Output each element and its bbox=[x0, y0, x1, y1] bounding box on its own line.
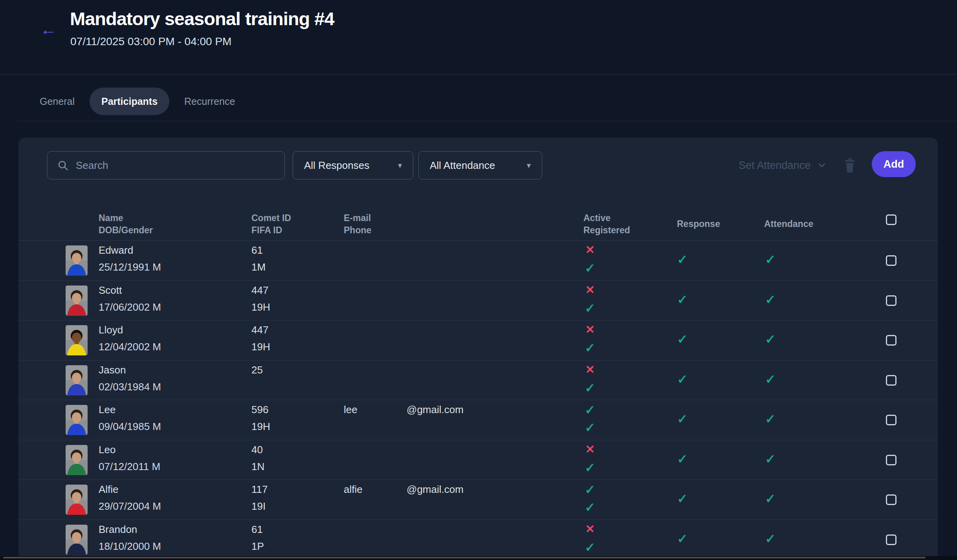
participant-row[interactable]: Alfie 29/07/2004 M 117 19I alfie @gmail.… bbox=[18, 480, 938, 520]
attendance-status-icon: ✓ bbox=[763, 492, 778, 505]
scrollbar-thumb[interactable] bbox=[3, 557, 926, 558]
responses-filter-dropdown[interactable]: All Responses ▾ bbox=[293, 151, 413, 179]
email-cell: lee @gmail.com bbox=[344, 404, 464, 416]
player-dob-gender: 29/07/2004 M bbox=[99, 500, 161, 512]
player-name: Lee bbox=[99, 404, 116, 416]
player-avatar bbox=[66, 445, 88, 475]
comet-id: 447 bbox=[251, 284, 268, 296]
comet-id: 596 bbox=[251, 404, 268, 416]
fifa-id: 19H bbox=[251, 301, 270, 313]
fifa-id: 1M bbox=[251, 261, 266, 273]
attendance-status-icon: ✓ bbox=[763, 453, 778, 465]
comet-id: 40 bbox=[251, 444, 263, 456]
response-status-icon: ✓ bbox=[675, 333, 690, 346]
caret-down-icon: ▾ bbox=[527, 161, 531, 170]
registered-status-icon: ✓ bbox=[582, 382, 598, 394]
response-status-icon: ✓ bbox=[675, 453, 690, 465]
caret-down-icon: ▾ bbox=[398, 161, 402, 170]
responses-filter-value: All Responses bbox=[304, 159, 369, 172]
column-header-comet-id: Comet IDFIFA ID bbox=[251, 212, 291, 236]
active-status-icon: ✕ bbox=[582, 244, 598, 256]
response-status-icon: ✓ bbox=[675, 373, 690, 386]
participant-row[interactable]: Edward 25/12/1991 M 61 1M ✕ ✓ ✓ ✓ bbox=[18, 241, 938, 281]
participant-row[interactable]: Leo 07/12/2011 M 40 1N ✕ ✓ ✓ ✓ bbox=[18, 440, 938, 480]
tab-recurrence[interactable]: Recurrence bbox=[184, 96, 235, 107]
participant-row[interactable]: Lee 09/04/1985 M 596 19H lee @gmail.com … bbox=[18, 400, 938, 440]
row-checkbox[interactable] bbox=[886, 255, 896, 266]
email-cell: alfie @gmail.com bbox=[344, 483, 464, 496]
row-checkbox[interactable] bbox=[886, 534, 896, 545]
delete-button[interactable] bbox=[842, 157, 858, 174]
search-input[interactable] bbox=[76, 159, 275, 172]
active-status-icon: ✕ bbox=[582, 444, 598, 455]
player-dob-gender: 17/06/2002 M bbox=[99, 301, 161, 313]
search-box bbox=[47, 151, 285, 179]
comet-id: 447 bbox=[251, 324, 268, 336]
player-name: Alfie bbox=[99, 483, 119, 496]
table-header: NameDOB/Gender Comet IDFIFA ID E-mailPho… bbox=[18, 209, 938, 241]
player-dob-gender: 12/04/2002 M bbox=[99, 341, 161, 353]
response-status-icon: ✓ bbox=[675, 293, 690, 306]
player-avatar bbox=[66, 285, 88, 316]
player-avatar bbox=[66, 485, 88, 515]
attendance-status-icon: ✓ bbox=[763, 293, 778, 306]
response-status-icon: ✓ bbox=[675, 413, 690, 425]
player-avatar bbox=[66, 405, 88, 435]
player-name: Lloyd bbox=[99, 324, 123, 336]
row-checkbox[interactable] bbox=[886, 415, 896, 425]
player-dob-gender: 18/10/2000 M bbox=[99, 540, 161, 553]
horizontal-scrollbar[interactable] bbox=[0, 556, 957, 560]
column-header-name: NameDOB/Gender bbox=[99, 212, 153, 236]
active-status-icon: ✓ bbox=[582, 483, 598, 496]
fifa-id: 1P bbox=[251, 540, 264, 553]
player-name: Brandon bbox=[99, 523, 137, 536]
registered-status-icon: ✓ bbox=[582, 501, 598, 514]
email-user: alfie bbox=[344, 483, 407, 496]
select-all-checkbox[interactable] bbox=[886, 214, 896, 225]
row-checkbox[interactable] bbox=[886, 375, 896, 386]
registered-status-icon: ✓ bbox=[582, 302, 598, 315]
active-status-icon: ✕ bbox=[582, 284, 598, 296]
player-name: Edward bbox=[99, 244, 133, 256]
fifa-id: 19I bbox=[251, 500, 266, 512]
active-status-icon: ✕ bbox=[582, 324, 598, 335]
column-header-email: E-mailPhone bbox=[344, 212, 371, 236]
player-dob-gender: 07/12/2011 M bbox=[99, 461, 160, 473]
player-name: Leo bbox=[99, 444, 116, 456]
email-domain: @gmail.com bbox=[407, 483, 464, 496]
row-checkbox[interactable] bbox=[886, 335, 896, 346]
player-avatar bbox=[66, 325, 88, 355]
tab-participants[interactable]: Participants bbox=[90, 88, 169, 115]
tab-general[interactable]: General bbox=[40, 96, 75, 107]
participant-row[interactable]: Lloyd 12/04/2002 M 447 19H ✕ ✓ ✓ ✓ bbox=[18, 320, 938, 361]
response-status-icon: ✓ bbox=[675, 253, 690, 266]
attendance-filter-dropdown[interactable]: All Attendance ▾ bbox=[418, 151, 542, 179]
back-arrow-icon[interactable]: ← bbox=[40, 21, 57, 38]
column-header-active-registered: ActiveRegistered bbox=[583, 212, 630, 236]
attendance-filter-value: All Attendance bbox=[430, 159, 495, 172]
comet-id: 61 bbox=[251, 523, 263, 536]
participant-row[interactable]: Jason 02/03/1984 M 25 ✕ ✓ ✓ ✓ bbox=[18, 361, 938, 401]
trash-icon bbox=[843, 157, 857, 173]
participant-row[interactable]: Scott 17/06/2002 M 447 19H ✕ ✓ ✓ ✓ bbox=[18, 281, 938, 321]
column-header-attendance: Attendance bbox=[764, 218, 813, 230]
registered-status-icon: ✓ bbox=[582, 541, 598, 554]
add-button[interactable]: Add bbox=[872, 151, 916, 177]
active-status-icon: ✕ bbox=[582, 364, 598, 375]
response-status-icon: ✓ bbox=[675, 492, 690, 505]
active-status-icon: ✓ bbox=[582, 404, 598, 416]
row-checkbox[interactable] bbox=[886, 295, 896, 306]
participant-row[interactable]: Brandon 18/10/2000 M 61 1P ✕ ✓ ✓ ✓ bbox=[18, 520, 938, 560]
active-status-icon: ✕ bbox=[582, 523, 598, 535]
set-attendance-label: Set Attendance bbox=[739, 159, 810, 172]
player-avatar bbox=[66, 525, 88, 555]
row-checkbox[interactable] bbox=[886, 455, 896, 465]
column-header-response: Response bbox=[677, 218, 720, 230]
email-user: lee bbox=[344, 404, 407, 416]
player-avatar bbox=[66, 245, 88, 276]
row-checkbox[interactable] bbox=[886, 494, 896, 505]
search-icon bbox=[57, 159, 69, 171]
set-attendance-button[interactable]: Set Attendance bbox=[739, 151, 827, 179]
tabs-divider bbox=[17, 121, 957, 121]
player-avatar bbox=[66, 365, 88, 395]
